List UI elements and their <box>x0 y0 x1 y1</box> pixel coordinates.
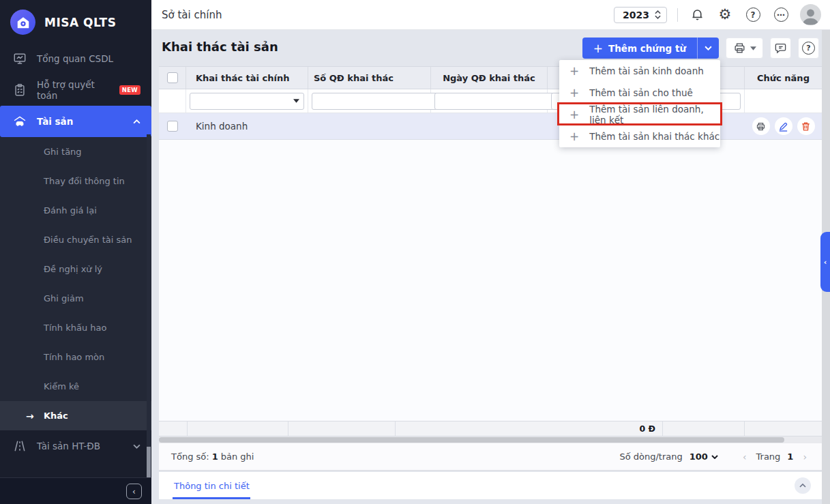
sidebar-subitem-tinh-hao-mon[interactable]: Tính hao mòn <box>0 342 151 372</box>
sidebar: MISA QLTS Tổng quan CSDL Hỗ trợ quyết to… <box>0 0 151 504</box>
sidebar-subitem-ghi-giam[interactable]: Ghi giảm <box>0 284 151 313</box>
rows-per-page-label: Số dòng/trang <box>619 451 682 462</box>
add-document-button[interactable]: + Thêm chứng từ <box>582 38 697 59</box>
year-selector[interactable]: 2023 <box>614 7 667 23</box>
print-button[interactable] <box>726 38 763 59</box>
table-summary-row: 0 Đ <box>159 421 822 436</box>
sidebar-item-label: Tài sản <box>37 116 123 127</box>
assets-table: Khai thác tài chính Số QĐ khai thác Ngày… <box>159 66 822 443</box>
dashboard-icon <box>13 52 27 65</box>
subitem-label: Điều chuyển tài sản <box>44 235 132 245</box>
org-name: Sở tài chính <box>162 9 222 21</box>
bell-icon <box>690 8 705 22</box>
filter-so-qd-textbox[interactable] <box>316 93 432 109</box>
sidebar-subitem-kiem-ke[interactable]: Kiểm kê <box>0 372 151 401</box>
sidebar-subitem-dieu-chuyen-tai-san[interactable]: Điều chuyển tài sản <box>0 225 151 254</box>
next-page-button[interactable]: › <box>800 451 810 462</box>
detail-collapse-button[interactable] <box>795 477 811 494</box>
help-icon: ? <box>746 8 760 22</box>
user-avatar[interactable] <box>800 4 821 25</box>
page-number: 1 <box>787 451 793 462</box>
horizontal-scrollbar-thumb[interactable] <box>159 437 784 443</box>
sidebar-subitem-de-nghi-xu-ly[interactable]: Đề nghị xử lý <box>0 254 151 284</box>
summary-cell <box>745 421 822 436</box>
sidebar-scrollbar-thumb[interactable] <box>147 447 151 477</box>
active-tab-underline <box>173 497 250 499</box>
column-header-ngay-qd-khai-thac[interactable]: Ngày QĐ khai thác <box>431 67 548 89</box>
menu-item-them-tai-san-kinh-doanh[interactable]: + Thêm tài sản kinh doanh <box>559 60 720 82</box>
plus-icon: + <box>569 87 579 99</box>
active-arrow-icon: → <box>26 411 34 421</box>
summary-cell <box>159 421 188 436</box>
asset-icon <box>13 115 27 128</box>
filter-empty-cell <box>159 89 186 113</box>
plus-icon: + <box>569 65 579 77</box>
chevron-down-icon <box>750 46 756 50</box>
filter-so-qd-input[interactable] <box>312 93 451 110</box>
row-print-button[interactable] <box>752 117 770 135</box>
horizontal-scrollbar-track[interactable] <box>159 436 822 443</box>
column-header-so-qd-khai-thac[interactable]: Số QĐ khai thác <box>308 67 431 89</box>
add-document-split-button: + Thêm chứng từ <box>582 38 719 59</box>
menu-item-them-tai-san-cho-thue[interactable]: + Thêm tài sản cho thuê <box>559 82 720 104</box>
caret-down-icon <box>293 99 299 103</box>
road-icon <box>13 439 27 453</box>
menu-item-them-tai-san-khai-thac-khac[interactable]: + Thêm tài sản khai thác khác <box>559 125 720 147</box>
column-header-khai-thac-tai-chinh[interactable]: Khai thác tài chính <box>186 67 308 89</box>
menu-item-label: Thêm tài sản liên doanh, liên kết <box>589 104 720 125</box>
sidebar-item-ho-tro-quyet-toan[interactable]: Hỗ trợ quyết toán NEW <box>0 74 151 106</box>
chat-icon <box>774 42 787 55</box>
sidebar-item-tai-san[interactable]: Tài sản <box>0 106 151 137</box>
sidebar-scrollbar-track[interactable] <box>147 134 151 477</box>
notifications-button[interactable] <box>688 6 706 24</box>
rows-per-page-select[interactable]: 100 <box>690 451 718 462</box>
gear-icon: ⚙ <box>719 8 732 22</box>
more-button[interactable]: ⋯ <box>772 6 790 24</box>
row-checkbox[interactable] <box>167 121 178 132</box>
prev-page-button[interactable]: ‹ <box>740 451 750 462</box>
total-count: 1 <box>212 451 218 462</box>
filter-khai-thac-select[interactable] <box>190 93 304 110</box>
page-help-button[interactable]: ? <box>798 38 819 59</box>
row-value: Kinh doanh <box>196 121 248 132</box>
summary-cell <box>663 421 745 436</box>
side-panel-handle[interactable]: ‹ <box>820 232 830 292</box>
sidebar-item-tai-san-ht-db[interactable]: Tài sản HT-ĐB <box>0 430 151 462</box>
status-bar: Tổng số: 1 bản ghi Số dòng/trang 100 ‹ T… <box>159 443 822 471</box>
sidebar-subitem-ghi-tang[interactable]: Ghi tăng <box>0 137 151 166</box>
sidebar-subitem-danh-gia-lai[interactable]: Đánh giá lại <box>0 196 151 225</box>
row-edit-button[interactable] <box>775 117 792 135</box>
filter-ngay-qd-textbox[interactable] <box>439 93 555 109</box>
table-row[interactable]: Kinh doanh <box>159 113 822 140</box>
add-document-menu-toggle[interactable] <box>697 38 719 59</box>
tai-san-submenu: Ghi tăng Thay đổi thông tin Đánh giá lại… <box>0 137 151 430</box>
printer-icon <box>733 42 746 55</box>
row-delete-button[interactable] <box>797 117 815 135</box>
clipboard-icon <box>13 83 27 97</box>
help-icon: ? <box>802 42 815 55</box>
row-so-qd-cell <box>308 113 431 139</box>
tab-thong-tin-chi-tiet[interactable]: Thông tin chi tiết <box>174 472 250 499</box>
help-button[interactable]: ? <box>744 6 762 24</box>
sidebar-subitem-tinh-khau-hao[interactable]: Tính khấu hao <box>0 313 151 342</box>
sidebar-item-tong-quan-csdl[interactable]: Tổng quan CSDL <box>0 43 151 74</box>
settings-button[interactable]: ⚙ <box>716 6 734 24</box>
subitem-label: Ghi tăng <box>44 147 82 157</box>
select-all-checkbox[interactable] <box>167 72 178 83</box>
menu-item-them-tai-san-lien-doanh-lien-ket[interactable]: + Thêm tài sản liên doanh, liên kết <box>559 104 720 125</box>
sidebar-item-label: Tổng quan CSDL <box>37 53 140 64</box>
header-select-all-cell <box>159 67 186 89</box>
row-actions-cell <box>745 113 822 139</box>
sidebar-subitem-thay-doi-thong-tin[interactable]: Thay đổi thông tin <box>0 166 151 196</box>
new-badge: NEW <box>119 85 140 95</box>
main-content: Khai thác tài sản + Thêm chứng từ ? <box>151 30 830 504</box>
feedback-button[interactable] <box>770 38 791 59</box>
subitem-label: Thay đổi thông tin <box>44 176 125 186</box>
sidebar-subitem-khac[interactable]: → Khác <box>0 401 151 430</box>
toolbar: + Thêm chứng từ ? <box>582 38 819 59</box>
summary-cell <box>188 421 288 436</box>
sidebar-collapse-button[interactable]: ‹ <box>126 484 142 499</box>
subitem-label: Đề nghị xử lý <box>44 264 102 274</box>
year-spinner-icon[interactable] <box>655 10 661 19</box>
filter-row <box>159 89 822 113</box>
